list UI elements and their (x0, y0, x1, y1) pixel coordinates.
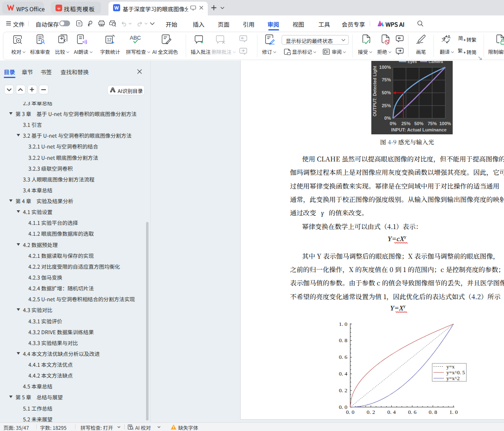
svg-text:50%: 50% (382, 90, 391, 95)
svg-text:A: A (448, 34, 451, 39)
svg-text:OUTPUT: Detected Light: OUTPUT: Detected Light (372, 66, 377, 116)
svg-text:25%: 25% (401, 121, 411, 126)
svg-text:y=x^2: y=x^2 (446, 376, 460, 381)
svg-text:75%: 75% (382, 77, 391, 82)
svg-text:0. 6: 0. 6 (339, 354, 348, 360)
svg-text:0. 2: 0. 2 (367, 409, 375, 415)
svg-text:0. 4: 0. 4 (387, 409, 396, 415)
svg-text:y=x^0. 5: y=x^0. 5 (446, 370, 465, 376)
svg-text:简: 简 (458, 35, 463, 41)
svg-text:0. 2: 0. 2 (339, 387, 347, 393)
svg-text:ABC: ABC (130, 35, 141, 41)
svg-text:Camera: Camera (428, 61, 444, 64)
svg-text:y=x: y=x (446, 364, 455, 370)
svg-text:12: 12 (107, 38, 112, 42)
svg-text:0. 0: 0. 0 (339, 404, 348, 410)
svg-text:0. 8: 0. 8 (339, 337, 348, 343)
svg-text:1. 0: 1. 0 (339, 321, 348, 327)
svg-text:0. 8: 0. 8 (428, 409, 437, 415)
svg-text:繁: 繁 (458, 48, 463, 54)
svg-text:25%: 25% (382, 103, 391, 108)
svg-text:0. 4: 0. 4 (339, 371, 348, 377)
svg-text:1. 0: 1. 0 (449, 409, 458, 415)
svg-text:0%: 0% (390, 121, 396, 126)
svg-text:INPUT: Actual Luminance: INPUT: Actual Luminance (391, 127, 447, 132)
svg-text:100%: 100% (439, 121, 451, 126)
svg-text:75%: 75% (428, 121, 437, 126)
svg-text:50%: 50% (414, 121, 423, 126)
svg-text:Eyes: Eyes (408, 61, 417, 64)
svg-text:0. 6: 0. 6 (408, 409, 417, 415)
svg-text:0%: 0% (384, 116, 391, 121)
svg-text:100%: 100% (379, 65, 391, 70)
